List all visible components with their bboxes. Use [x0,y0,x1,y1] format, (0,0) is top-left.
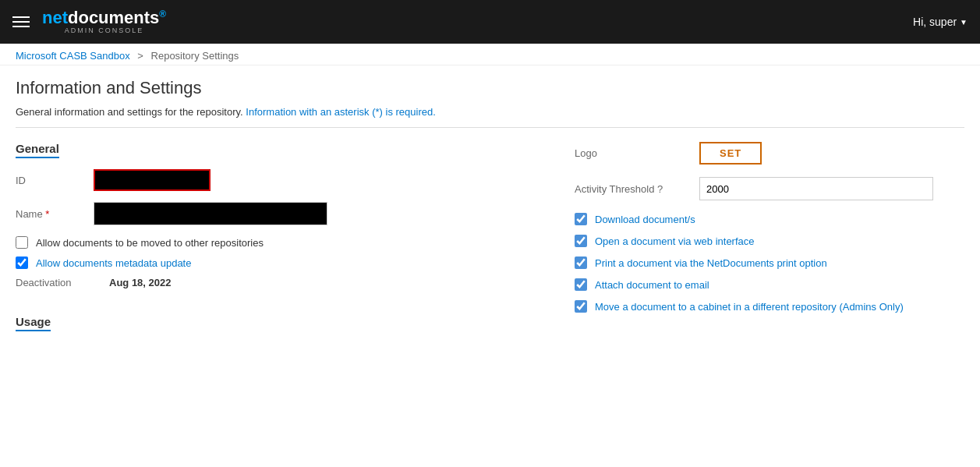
checkbox-print[interactable] [575,256,587,269]
set-logo-button[interactable]: SET [699,142,762,165]
logo-label: Logo [575,147,699,159]
threshold-field-row: Activity Threshold ? [575,177,964,200]
breadcrumb-current: Repository Settings [151,50,239,62]
checkbox-row-print: Print a document via the NetDocuments pr… [575,256,964,269]
header: netdocuments® ADMIN CONSOLE Hi, super ▼ [0,0,980,44]
checkbox-row-move: Allow documents to be moved to other rep… [16,236,543,249]
breadcrumb: Microsoft CASB Sandbox > Repository Sett… [0,44,980,65]
checkbox-print-label[interactable]: Print a document via the NetDocuments pr… [595,257,827,269]
user-menu[interactable]: Hi, super ▼ [913,16,968,28]
page-content: Information and Settings General informa… [0,65,980,344]
threshold-label: Activity Threshold ? [575,183,699,195]
name-label: Name [16,208,94,220]
logo-area: netdocuments® ADMIN CONSOLE [42,9,166,35]
two-col-layout: General ID Name Allow documents to be mo… [16,142,964,331]
checkbox-metadata-label[interactable]: Allow documents metadata update [36,257,191,269]
checkbox-email[interactable] [575,278,587,291]
checkbox-row-email: Attach document to email [575,278,964,291]
threshold-input[interactable] [699,177,933,200]
checkbox-row-cabinet: Move a document to a cabinet in a differ… [575,300,964,313]
id-label: ID [16,175,94,186]
logo-field-row: Logo SET [575,142,964,165]
greeting-text: Hi, super [913,16,957,28]
deactivation-label: Deactivation [16,277,94,288]
deactivation-row: Deactivation Aug 18, 2022 [16,277,543,288]
section-general-title: General [16,142,59,158]
page-title: Information and Settings [16,78,964,98]
page-description: General information and settings for the… [16,106,964,128]
section-usage-title: Usage [16,315,51,331]
left-column: General ID Name Allow documents to be mo… [16,142,543,331]
checkbox-download[interactable] [575,213,587,225]
desc-general-text: General information and settings for the… [16,106,246,118]
checkbox-row-web: Open a document via web interface [575,235,964,247]
checkbox-move-label[interactable]: Allow documents to be moved to other rep… [36,237,264,249]
breadcrumb-separator: > [137,50,143,62]
checkbox-email-label[interactable]: Attach document to email [595,279,709,291]
name-field-row: Name [16,202,543,225]
desc-asterisk-text: Information with an asterisk (*) is requ… [246,106,435,118]
brand-logo: netdocuments® [42,9,166,27]
brand-subtitle: ADMIN CONSOLE [42,27,166,35]
hamburger-icon[interactable] [12,16,30,27]
name-input[interactable] [94,202,327,225]
id-value-box [94,169,211,191]
deactivation-date: Aug 18, 2022 [109,277,172,288]
checkbox-metadata[interactable] [16,256,28,269]
header-left: netdocuments® ADMIN CONSOLE [12,9,166,35]
right-column: Logo SET Activity Threshold ? Download d… [575,142,964,331]
checkbox-row-download: Download document/s [575,213,964,225]
checkbox-web[interactable] [575,235,587,247]
checkbox-web-label[interactable]: Open a document via web interface [595,235,755,247]
id-field-row: ID [16,169,543,191]
checkbox-cabinet[interactable] [575,300,587,313]
chevron-down-icon: ▼ [960,18,968,27]
breadcrumb-parent[interactable]: Microsoft CASB Sandbox [16,50,130,62]
checkbox-cabinet-label[interactable]: Move a document to a cabinet in a differ… [595,301,904,313]
checkbox-row-metadata: Allow documents metadata update [16,256,543,269]
checkbox-download-label[interactable]: Download document/s [595,214,695,225]
checkbox-move[interactable] [16,236,28,249]
